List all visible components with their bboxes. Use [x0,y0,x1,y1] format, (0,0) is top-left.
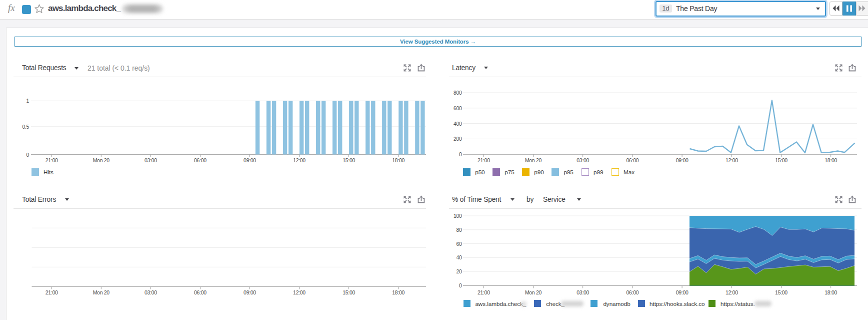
svg-text:12:00: 12:00 [726,289,738,295]
svg-text:100: 100 [454,213,462,219]
svg-text:03:00: 03:00 [144,289,157,295]
svg-text:15:00: 15:00 [342,157,355,163]
svg-text:400: 400 [454,121,462,127]
svg-text:12:00: 12:00 [293,289,306,295]
svg-text:12:00: 12:00 [726,157,738,163]
svg-text:0: 0 [26,152,30,158]
svg-text:Mon 20: Mon 20 [93,289,110,295]
svg-text:18:00: 18:00 [824,157,837,163]
svg-text:06:00: 06:00 [194,289,206,295]
svg-text:0.5: 0.5 [22,124,29,130]
svg-text:40: 40 [456,255,462,260]
svg-text:06:00: 06:00 [626,289,639,295]
svg-text:18:00: 18:00 [392,289,404,295]
svg-text:15:00: 15:00 [342,289,355,295]
svg-text:80: 80 [456,227,462,233]
svg-text:20: 20 [456,269,462,274]
svg-text:03:00: 03:00 [576,157,589,163]
svg-text:18:00: 18:00 [824,289,837,295]
svg-text:Mon 20: Mon 20 [525,289,542,295]
svg-text:21:00: 21:00 [478,289,490,295]
svg-text:09:00: 09:00 [676,157,688,163]
svg-text:03:00: 03:00 [576,289,589,295]
svg-text:21:00: 21:00 [46,157,58,163]
svg-text:09:00: 09:00 [676,289,688,295]
svg-text:09:00: 09:00 [244,157,256,163]
svg-text:600: 600 [454,106,462,111]
svg-text:15:00: 15:00 [775,157,788,163]
svg-text:09:00: 09:00 [244,289,256,295]
svg-text:12:00: 12:00 [293,157,306,163]
svg-text:06:00: 06:00 [194,157,206,163]
svg-text:18:00: 18:00 [392,157,404,163]
svg-text:Mon 20: Mon 20 [93,157,110,163]
svg-text:800: 800 [454,90,462,96]
svg-text:60: 60 [456,241,462,247]
svg-text:0: 0 [459,152,462,157]
svg-text:1: 1 [26,98,30,104]
svg-text:200: 200 [454,136,462,142]
svg-text:Mon 20: Mon 20 [525,157,542,163]
svg-text:0: 0 [459,283,462,288]
svg-text:15:00: 15:00 [775,289,788,295]
svg-text:21:00: 21:00 [46,289,58,295]
svg-text:03:00: 03:00 [144,157,157,163]
svg-text:06:00: 06:00 [626,157,639,163]
svg-text:21:00: 21:00 [478,157,490,163]
